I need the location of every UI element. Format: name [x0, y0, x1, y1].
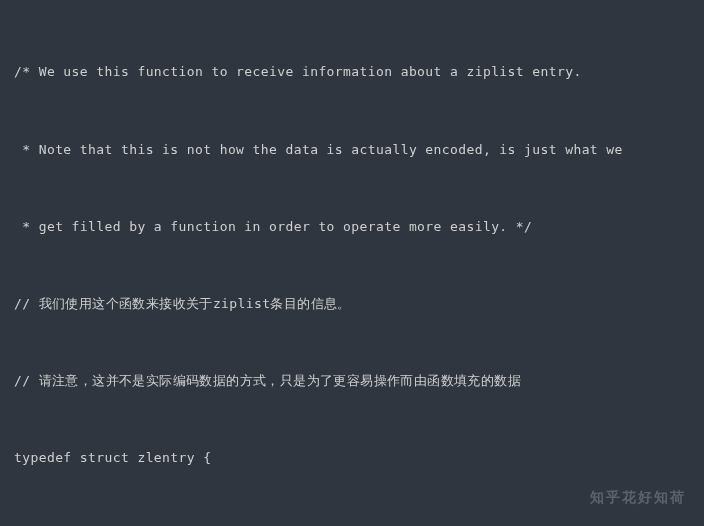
code-line: /* We use this function to receive infor… [14, 59, 690, 85]
code-block: /* We use this function to receive infor… [14, 8, 690, 526]
code-line: * get filled by a function in order to o… [14, 214, 690, 240]
code-line: * Note that this is not how the data is … [14, 137, 690, 163]
code-line: // 请注意，这并不是实际编码数据的方式，只是为了更容易操作而由函数填充的数据 [14, 368, 690, 394]
code-line: // 我们使用这个函数来接收关于ziplist条目的信息。 [14, 291, 690, 317]
code-line: typedef struct zlentry { [14, 445, 690, 471]
